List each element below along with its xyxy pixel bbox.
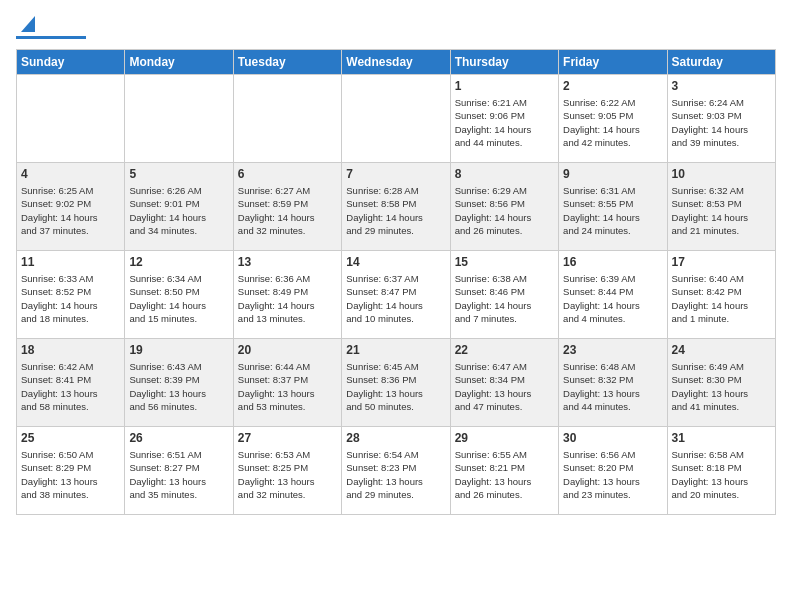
calendar-cell: 19Sunrise: 6:43 AM Sunset: 8:39 PM Dayli… xyxy=(125,339,233,427)
day-number: 5 xyxy=(129,167,228,181)
day-number: 19 xyxy=(129,343,228,357)
calendar-cell xyxy=(17,75,125,163)
day-number: 14 xyxy=(346,255,445,269)
day-number: 11 xyxy=(21,255,120,269)
calendar-cell: 28Sunrise: 6:54 AM Sunset: 8:23 PM Dayli… xyxy=(342,427,450,515)
day-number: 7 xyxy=(346,167,445,181)
day-info: Sunrise: 6:50 AM Sunset: 8:29 PM Dayligh… xyxy=(21,448,120,501)
day-number: 21 xyxy=(346,343,445,357)
day-info: Sunrise: 6:24 AM Sunset: 9:03 PM Dayligh… xyxy=(672,96,771,149)
day-header-friday: Friday xyxy=(559,50,667,75)
day-number: 24 xyxy=(672,343,771,357)
calendar-cell: 21Sunrise: 6:45 AM Sunset: 8:36 PM Dayli… xyxy=(342,339,450,427)
day-info: Sunrise: 6:38 AM Sunset: 8:46 PM Dayligh… xyxy=(455,272,554,325)
calendar-week-2: 4Sunrise: 6:25 AM Sunset: 9:02 PM Daylig… xyxy=(17,163,776,251)
calendar-week-4: 18Sunrise: 6:42 AM Sunset: 8:41 PM Dayli… xyxy=(17,339,776,427)
calendar-cell: 23Sunrise: 6:48 AM Sunset: 8:32 PM Dayli… xyxy=(559,339,667,427)
calendar-cell: 12Sunrise: 6:34 AM Sunset: 8:50 PM Dayli… xyxy=(125,251,233,339)
day-info: Sunrise: 6:45 AM Sunset: 8:36 PM Dayligh… xyxy=(346,360,445,413)
day-number: 4 xyxy=(21,167,120,181)
calendar-cell xyxy=(125,75,233,163)
calendar-cell: 17Sunrise: 6:40 AM Sunset: 8:42 PM Dayli… xyxy=(667,251,775,339)
day-number: 3 xyxy=(672,79,771,93)
day-info: Sunrise: 6:48 AM Sunset: 8:32 PM Dayligh… xyxy=(563,360,662,413)
day-info: Sunrise: 6:53 AM Sunset: 8:25 PM Dayligh… xyxy=(238,448,337,501)
calendar-cell: 18Sunrise: 6:42 AM Sunset: 8:41 PM Dayli… xyxy=(17,339,125,427)
day-info: Sunrise: 6:33 AM Sunset: 8:52 PM Dayligh… xyxy=(21,272,120,325)
calendar-cell: 13Sunrise: 6:36 AM Sunset: 8:49 PM Dayli… xyxy=(233,251,341,339)
calendar-cell: 16Sunrise: 6:39 AM Sunset: 8:44 PM Dayli… xyxy=(559,251,667,339)
day-info: Sunrise: 6:21 AM Sunset: 9:06 PM Dayligh… xyxy=(455,96,554,149)
calendar-cell: 31Sunrise: 6:58 AM Sunset: 8:18 PM Dayli… xyxy=(667,427,775,515)
day-number: 13 xyxy=(238,255,337,269)
logo-underline xyxy=(16,36,86,39)
day-header-tuesday: Tuesday xyxy=(233,50,341,75)
calendar-cell: 26Sunrise: 6:51 AM Sunset: 8:27 PM Dayli… xyxy=(125,427,233,515)
day-number: 20 xyxy=(238,343,337,357)
day-header-thursday: Thursday xyxy=(450,50,558,75)
day-info: Sunrise: 6:42 AM Sunset: 8:41 PM Dayligh… xyxy=(21,360,120,413)
day-info: Sunrise: 6:29 AM Sunset: 8:56 PM Dayligh… xyxy=(455,184,554,237)
logo-triangle-icon xyxy=(17,16,35,34)
day-header-monday: Monday xyxy=(125,50,233,75)
day-number: 25 xyxy=(21,431,120,445)
day-info: Sunrise: 6:37 AM Sunset: 8:47 PM Dayligh… xyxy=(346,272,445,325)
day-info: Sunrise: 6:49 AM Sunset: 8:30 PM Dayligh… xyxy=(672,360,771,413)
day-number: 31 xyxy=(672,431,771,445)
calendar-cell: 7Sunrise: 6:28 AM Sunset: 8:58 PM Daylig… xyxy=(342,163,450,251)
day-info: Sunrise: 6:22 AM Sunset: 9:05 PM Dayligh… xyxy=(563,96,662,149)
day-number: 18 xyxy=(21,343,120,357)
day-header-saturday: Saturday xyxy=(667,50,775,75)
day-number: 28 xyxy=(346,431,445,445)
day-header-sunday: Sunday xyxy=(17,50,125,75)
day-number: 2 xyxy=(563,79,662,93)
calendar-cell: 9Sunrise: 6:31 AM Sunset: 8:55 PM Daylig… xyxy=(559,163,667,251)
day-info: Sunrise: 6:51 AM Sunset: 8:27 PM Dayligh… xyxy=(129,448,228,501)
day-info: Sunrise: 6:54 AM Sunset: 8:23 PM Dayligh… xyxy=(346,448,445,501)
day-number: 30 xyxy=(563,431,662,445)
day-info: Sunrise: 6:31 AM Sunset: 8:55 PM Dayligh… xyxy=(563,184,662,237)
logo xyxy=(16,16,86,39)
calendar-cell: 30Sunrise: 6:56 AM Sunset: 8:20 PM Dayli… xyxy=(559,427,667,515)
calendar-cell: 27Sunrise: 6:53 AM Sunset: 8:25 PM Dayli… xyxy=(233,427,341,515)
calendar-cell: 5Sunrise: 6:26 AM Sunset: 9:01 PM Daylig… xyxy=(125,163,233,251)
calendar-table: SundayMondayTuesdayWednesdayThursdayFrid… xyxy=(16,49,776,515)
calendar-cell: 14Sunrise: 6:37 AM Sunset: 8:47 PM Dayli… xyxy=(342,251,450,339)
day-info: Sunrise: 6:43 AM Sunset: 8:39 PM Dayligh… xyxy=(129,360,228,413)
calendar-cell: 6Sunrise: 6:27 AM Sunset: 8:59 PM Daylig… xyxy=(233,163,341,251)
calendar-cell: 22Sunrise: 6:47 AM Sunset: 8:34 PM Dayli… xyxy=(450,339,558,427)
calendar-cell: 15Sunrise: 6:38 AM Sunset: 8:46 PM Dayli… xyxy=(450,251,558,339)
day-info: Sunrise: 6:39 AM Sunset: 8:44 PM Dayligh… xyxy=(563,272,662,325)
day-number: 26 xyxy=(129,431,228,445)
day-number: 1 xyxy=(455,79,554,93)
day-number: 17 xyxy=(672,255,771,269)
day-number: 12 xyxy=(129,255,228,269)
calendar-cell: 2Sunrise: 6:22 AM Sunset: 9:05 PM Daylig… xyxy=(559,75,667,163)
day-info: Sunrise: 6:27 AM Sunset: 8:59 PM Dayligh… xyxy=(238,184,337,237)
day-number: 23 xyxy=(563,343,662,357)
day-number: 6 xyxy=(238,167,337,181)
calendar-cell: 29Sunrise: 6:55 AM Sunset: 8:21 PM Dayli… xyxy=(450,427,558,515)
day-info: Sunrise: 6:58 AM Sunset: 8:18 PM Dayligh… xyxy=(672,448,771,501)
day-number: 22 xyxy=(455,343,554,357)
calendar-cell: 20Sunrise: 6:44 AM Sunset: 8:37 PM Dayli… xyxy=(233,339,341,427)
day-info: Sunrise: 6:36 AM Sunset: 8:49 PM Dayligh… xyxy=(238,272,337,325)
day-info: Sunrise: 6:32 AM Sunset: 8:53 PM Dayligh… xyxy=(672,184,771,237)
day-info: Sunrise: 6:47 AM Sunset: 8:34 PM Dayligh… xyxy=(455,360,554,413)
calendar-header-row: SundayMondayTuesdayWednesdayThursdayFrid… xyxy=(17,50,776,75)
calendar-cell xyxy=(233,75,341,163)
calendar-cell: 3Sunrise: 6:24 AM Sunset: 9:03 PM Daylig… xyxy=(667,75,775,163)
calendar-cell xyxy=(342,75,450,163)
day-number: 16 xyxy=(563,255,662,269)
day-number: 8 xyxy=(455,167,554,181)
calendar-cell: 11Sunrise: 6:33 AM Sunset: 8:52 PM Dayli… xyxy=(17,251,125,339)
calendar-cell: 4Sunrise: 6:25 AM Sunset: 9:02 PM Daylig… xyxy=(17,163,125,251)
day-number: 10 xyxy=(672,167,771,181)
page-header xyxy=(16,16,776,39)
calendar-cell: 24Sunrise: 6:49 AM Sunset: 8:30 PM Dayli… xyxy=(667,339,775,427)
day-info: Sunrise: 6:28 AM Sunset: 8:58 PM Dayligh… xyxy=(346,184,445,237)
calendar-week-5: 25Sunrise: 6:50 AM Sunset: 8:29 PM Dayli… xyxy=(17,427,776,515)
calendar-cell: 25Sunrise: 6:50 AM Sunset: 8:29 PM Dayli… xyxy=(17,427,125,515)
day-number: 15 xyxy=(455,255,554,269)
day-header-wednesday: Wednesday xyxy=(342,50,450,75)
